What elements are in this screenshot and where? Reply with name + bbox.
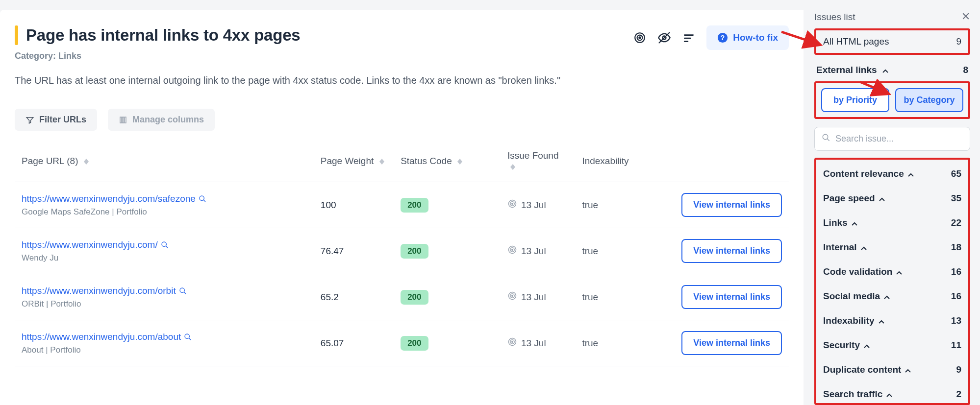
- category-count: 2: [956, 389, 961, 400]
- issue-found-cell: 13 Jul: [507, 291, 546, 303]
- target-icon[interactable]: [633, 31, 647, 45]
- magnify-icon[interactable]: [161, 241, 169, 249]
- page-weight-cell: 65.2: [314, 274, 394, 320]
- chevron-up-icon: [852, 217, 857, 228]
- results-table: Page URL (8) Page Weight Status Code Iss…: [15, 141, 789, 366]
- status-code-pill: 200: [401, 244, 428, 259]
- category-label: Content relevance: [823, 168, 904, 179]
- col-indexability[interactable]: Indexability: [575, 141, 666, 182]
- filter-urls-button[interactable]: Filter URLs: [15, 109, 97, 131]
- main-content: Page has internal links to 4xx pages Cat…: [0, 10, 804, 405]
- external-links-count: 8: [963, 65, 968, 75]
- chevron-up-icon: [908, 168, 914, 179]
- external-links-label: External links: [816, 65, 877, 75]
- svg-line-14: [203, 200, 205, 202]
- category-row[interactable]: Page speed35: [823, 193, 961, 204]
- magnify-icon[interactable]: [184, 333, 192, 341]
- svg-point-18: [162, 242, 166, 246]
- category-count: 16: [951, 266, 961, 277]
- magnify-icon[interactable]: [199, 195, 206, 203]
- category-count: 9: [956, 364, 961, 375]
- page-url-link[interactable]: https://www.wenxinwendyju.com/about: [22, 332, 181, 342]
- tab-by-category[interactable]: by Category: [895, 88, 963, 112]
- sort-icon[interactable]: [682, 31, 696, 45]
- external-links-row[interactable]: External links 8: [814, 65, 970, 75]
- target-icon: [507, 199, 517, 211]
- manage-columns-label: Manage columns: [132, 115, 204, 125]
- category-count: 35: [951, 193, 961, 204]
- svg-point-32: [512, 341, 513, 343]
- page-weight-cell: 65.07: [314, 320, 394, 366]
- chevron-up-icon: [884, 291, 890, 302]
- chevron-up-icon: [861, 242, 867, 253]
- search-issue-input[interactable]: [835, 134, 963, 144]
- category-row[interactable]: Links22: [823, 217, 961, 228]
- category-row[interactable]: Indexability13: [823, 315, 961, 326]
- chevron-up-icon: [879, 193, 885, 204]
- filter-icon: [25, 116, 34, 124]
- category-label: Security: [823, 340, 860, 351]
- view-internal-links-button[interactable]: View internal links: [681, 285, 782, 309]
- category-row[interactable]: Content relevance65: [823, 168, 961, 179]
- category-count: 22: [951, 217, 961, 228]
- page-title: Page has internal links to 4xx pages: [26, 26, 301, 45]
- issue-found-cell: 13 Jul: [507, 337, 546, 349]
- category-row[interactable]: Internal18: [823, 242, 961, 253]
- all-html-pages-row[interactable]: All HTML pages 9: [814, 28, 970, 55]
- all-html-count: 9: [956, 36, 961, 47]
- search-issue-wrap[interactable]: [814, 127, 970, 151]
- category-row[interactable]: Duplicate content9: [823, 364, 961, 375]
- view-internal-links-button[interactable]: View internal links: [681, 239, 782, 263]
- category-row[interactable]: Security11: [823, 340, 961, 351]
- svg-point-23: [180, 288, 184, 292]
- table-row: https://www.wenxinwendyju.com/Wendy Ju76…: [15, 228, 789, 274]
- issue-found-cell: 13 Jul: [507, 245, 546, 257]
- svg-rect-12: [125, 117, 126, 123]
- svg-point-13: [200, 196, 204, 200]
- issue-description: The URL has at least one internal outgoi…: [15, 75, 789, 86]
- page-url-link[interactable]: https://www.wenxinwendyju.com/orbit: [22, 286, 176, 296]
- page-subtitle: Google Maps SafeZone | Portfolio: [22, 207, 307, 217]
- col-issue-found[interactable]: Issue Found: [501, 141, 575, 182]
- category-row[interactable]: Search traffic2: [823, 389, 961, 400]
- categories-list: Content relevance65Page speed35Links22In…: [814, 158, 970, 405]
- severity-bar: [15, 25, 18, 45]
- page-url-link[interactable]: https://www.wenxinwendyju.com/: [22, 239, 158, 250]
- category-row[interactable]: Code validation16: [823, 266, 961, 277]
- category-row[interactable]: Social media16: [823, 291, 961, 302]
- issue-found-cell: 13 Jul: [507, 199, 546, 211]
- target-icon: [507, 337, 517, 349]
- col-page-weight[interactable]: Page Weight: [314, 141, 394, 182]
- page-url-link[interactable]: https://www.wenxinwendyju.com/safezone: [22, 193, 196, 204]
- svg-point-37: [823, 134, 828, 140]
- sort-icon: [84, 159, 89, 165]
- svg-rect-11: [123, 117, 124, 123]
- filter-label: Filter URLs: [39, 115, 86, 125]
- chevron-up-icon: [896, 266, 902, 277]
- indexability-cell: true: [575, 320, 666, 366]
- close-icon[interactable]: [961, 11, 970, 24]
- manage-columns-button[interactable]: Manage columns: [108, 109, 215, 131]
- indexability-cell: true: [575, 182, 666, 228]
- issues-list-title: Issues list: [814, 12, 855, 23]
- tab-by-priority[interactable]: by Priority: [821, 88, 889, 112]
- magnify-icon[interactable]: [179, 287, 187, 295]
- col-page-url[interactable]: Page URL (8): [15, 141, 314, 182]
- svg-point-28: [185, 334, 189, 338]
- eye-off-icon[interactable]: [657, 31, 671, 45]
- chevron-up-icon: [879, 315, 884, 326]
- view-internal-links-button[interactable]: View internal links: [681, 331, 782, 355]
- sort-icon: [510, 164, 515, 170]
- svg-point-17: [512, 203, 513, 205]
- category-count: 13: [951, 315, 961, 326]
- col-status-code[interactable]: Status Code: [394, 141, 501, 182]
- view-internal-links-button[interactable]: View internal links: [681, 193, 782, 217]
- sort-icon: [457, 159, 462, 165]
- svg-point-22: [512, 249, 513, 251]
- category-label: Duplicate content: [823, 364, 901, 375]
- svg-line-24: [184, 292, 186, 294]
- status-code-pill: 200: [401, 336, 428, 351]
- page-weight-cell: 76.47: [314, 228, 394, 274]
- category-label: Page speed: [823, 193, 875, 204]
- how-to-fix-button[interactable]: ? How-to fix: [706, 25, 789, 50]
